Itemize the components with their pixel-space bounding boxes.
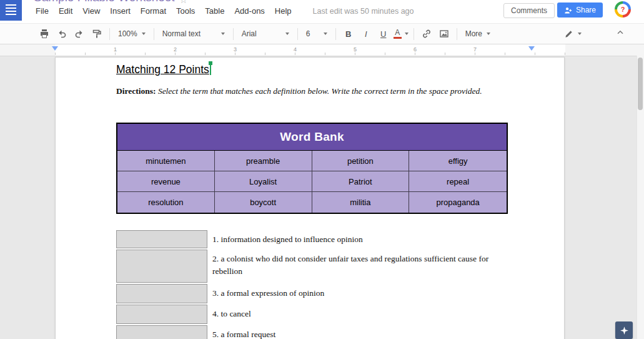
edit-mode-button[interactable] — [564, 26, 582, 41]
printer-icon — [39, 29, 49, 39]
question-text: 5. a formal request — [212, 325, 506, 339]
logo-bar — [6, 4, 16, 6]
print-button[interactable] — [36, 26, 52, 41]
word-bank-cell: resolution — [117, 192, 215, 213]
undo-button[interactable] — [54, 26, 70, 41]
last-edit-status[interactable]: Last edit was 50 minutes ago — [313, 7, 414, 16]
docs-logo-icon[interactable] — [0, 0, 22, 21]
more-label: More — [465, 29, 482, 38]
dropdown-caret-icon — [142, 33, 146, 35]
more-button[interactable]: More — [462, 26, 494, 41]
word-bank-table: Word Bank minutemen preamble petition ef… — [116, 123, 508, 214]
redo-button[interactable] — [71, 26, 87, 41]
zoom-value: 100% — [118, 29, 137, 38]
text-color-button[interactable]: A — [393, 26, 409, 41]
app-header: Sample Fillable Worksheet ☆ File Edit Vi… — [0, 0, 644, 23]
font-size-value: 6 — [306, 29, 310, 38]
insert-link-button[interactable] — [419, 26, 435, 41]
question-row: 2. a colonist who did not consider unfai… — [116, 250, 510, 283]
left-indent-marker[interactable] — [52, 46, 58, 51]
underline-icon: U — [375, 29, 392, 39]
collaborator-cursor — [210, 63, 211, 75]
toolbar-divider — [414, 28, 414, 40]
question-row: 1. information designed to influence opi… — [116, 230, 510, 248]
document-page[interactable]: Matching 12 Points Directions: Select th… — [55, 57, 565, 339]
menu-tools[interactable]: Tools — [176, 6, 195, 16]
menu-edit[interactable]: Edit — [59, 6, 72, 16]
word-bank-cell: preamble — [215, 151, 312, 171]
menu-format[interactable]: Format — [141, 6, 166, 16]
dropdown-caret-icon — [324, 33, 327, 35]
document-title[interactable]: Sample Fillable Worksheet — [34, 0, 175, 4]
ruler[interactable]: 1 2 3 4 5 6 7 — [0, 44, 644, 56]
collapse-toolbar-button[interactable] — [616, 28, 625, 37]
toolbar-divider — [335, 28, 336, 40]
menu-addons[interactable]: Add-ons — [234, 6, 264, 16]
heading-text: Matching 12 Points — [116, 63, 209, 76]
italic-button[interactable]: I — [358, 26, 374, 41]
font-value: Arial — [242, 29, 257, 38]
text-color-icon: A — [394, 29, 402, 39]
insert-image-button[interactable] — [436, 26, 452, 41]
menu-file[interactable]: File — [36, 6, 49, 16]
undo-icon — [57, 29, 67, 39]
font-select[interactable]: Arial — [238, 26, 293, 41]
answer-blank-2[interactable] — [116, 250, 207, 283]
bold-icon: B — [340, 29, 357, 39]
format-toolbar: 100% Normal text Arial 6 B I U — [0, 23, 644, 44]
underline-button[interactable]: U — [375, 26, 392, 41]
ruler-number: 1 — [114, 46, 117, 53]
menu-help[interactable]: Help — [275, 6, 292, 16]
dropdown-caret-icon — [221, 33, 225, 35]
word-bank-header: Word Bank — [117, 124, 507, 151]
worksheet-heading: Matching 12 Points — [116, 63, 211, 76]
bold-button[interactable]: B — [340, 26, 357, 41]
vertical-scrollbar[interactable] — [637, 56, 644, 339]
share-button[interactable]: Share — [557, 3, 603, 18]
dropdown-caret-icon — [578, 33, 582, 35]
logo-bar — [6, 14, 16, 15]
question-row: 5. a formal request — [116, 325, 510, 339]
word-bank-grid: minutemen preamble petition effigy reven… — [117, 151, 507, 213]
logo-bar — [6, 8, 16, 9]
question-text: 2. a colonist who did not consider unfai… — [212, 250, 506, 283]
toolbar-divider — [233, 28, 234, 40]
explore-button[interactable] — [615, 321, 633, 339]
chevron-up-icon — [616, 28, 625, 37]
font-size-select[interactable]: 6 — [302, 26, 331, 41]
toolbar-divider — [297, 28, 298, 40]
directions-text: Select the term that matches each defini… — [156, 86, 482, 96]
style-value: Normal text — [162, 29, 201, 38]
answer-blank-4[interactable] — [116, 305, 207, 324]
help-button[interactable]: ? — [615, 1, 631, 18]
scrollbar-thumb[interactable] — [638, 58, 643, 110]
right-indent-marker[interactable] — [528, 46, 535, 51]
dropdown-caret-icon — [405, 33, 409, 35]
dropdown-caret-icon — [487, 33, 490, 35]
paragraph-style-select[interactable]: Normal text — [159, 26, 229, 41]
comments-button[interactable]: Comments — [503, 3, 555, 18]
ruler-ticks — [55, 53, 565, 55]
menu-view[interactable]: View — [82, 6, 100, 16]
zoom-select[interactable]: 100% — [114, 26, 149, 41]
answer-blank-1[interactable] — [116, 230, 207, 248]
question-row: 4. to cancel — [116, 305, 510, 324]
toolbar-divider — [154, 28, 154, 40]
star-icon[interactable]: ☆ — [179, 0, 187, 6]
ruler-number: 5 — [354, 46, 357, 53]
question-text: 1. information designed to influence opi… — [212, 230, 506, 248]
menu-insert[interactable]: Insert — [110, 6, 131, 16]
paint-format-button[interactable] — [89, 26, 105, 41]
menu-table[interactable]: Table — [205, 6, 224, 16]
ruler-number: 3 — [234, 46, 237, 53]
ruler-number: 6 — [414, 46, 417, 53]
word-bank-cell: effigy — [409, 151, 507, 171]
link-icon — [422, 29, 432, 39]
toolbar-divider — [109, 28, 110, 40]
answer-blank-5[interactable] — [116, 325, 207, 339]
share-person-icon — [564, 6, 572, 14]
answer-blank-3[interactable] — [116, 284, 207, 303]
redo-icon — [74, 29, 84, 39]
pencil-icon — [564, 29, 573, 39]
word-bank-cell: repeal — [409, 171, 507, 192]
